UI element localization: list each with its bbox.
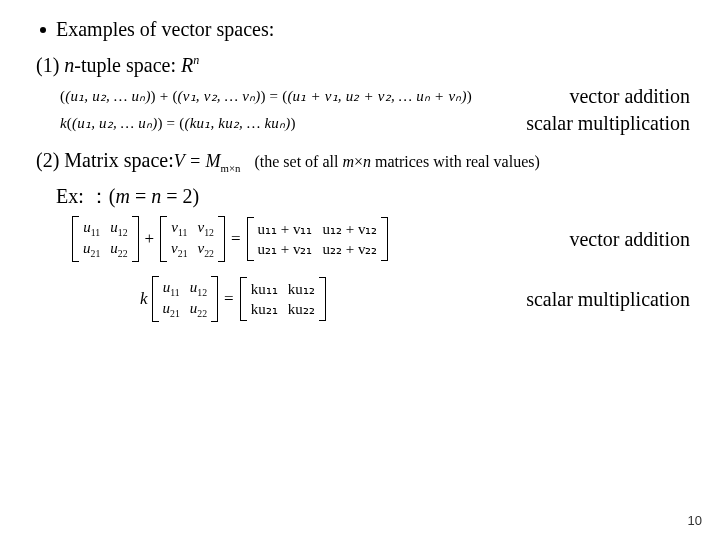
note-open: (the set of all xyxy=(254,153,342,170)
t-sm-lhs: (u₁, u₂, … uₙ) xyxy=(72,115,157,131)
note-close: matrices with real values) xyxy=(371,153,540,170)
matrix-add-label: vector addition xyxy=(559,228,690,251)
sec2-V-sub: m×n xyxy=(221,161,241,173)
t-add-lhs2: (v₁, v₂, … vₙ) xyxy=(178,88,261,104)
sec2-label: (2) Matrix space: xyxy=(36,149,174,172)
matrix-u: u11 u12 u21 u22 xyxy=(72,216,139,262)
tuple-scalar-row: k((u₁, u₂, … uₙ)) = ((ku₁, ku₂, … kuₙ)) … xyxy=(60,112,690,135)
matrix-ku: ku₁₁ ku₁₂ ku₂₁ ku₂₂ xyxy=(240,277,326,321)
sec2-Veq: V = Mm×n xyxy=(174,151,241,174)
ex-eq1: = xyxy=(130,185,151,207)
sec2-note: (the set of all m×n matrices with real v… xyxy=(254,153,539,171)
ex-n: n xyxy=(151,185,161,207)
matrix-u2: u11 u12 u21 u22 xyxy=(152,276,219,322)
ex-m: m xyxy=(115,185,129,207)
t-add-plus: + xyxy=(160,88,173,104)
t-sm-k: k xyxy=(60,115,67,131)
bullet-icon xyxy=(40,27,46,33)
eq-op-1: = xyxy=(231,229,241,249)
section-2-heading: (2) Matrix space: V = Mm×n (the set of a… xyxy=(36,149,690,174)
t-sm-eq: = xyxy=(167,115,180,131)
tuple-sm-eq: k((u₁, u₂, … uₙ)) = ((ku₁, ku₂, … kuₙ)) xyxy=(60,114,296,132)
example-heading: Ex: ：(m = n = 2) xyxy=(56,183,690,210)
tuple-sm-label: scalar multiplication xyxy=(516,112,690,135)
sec1-prefix: (1) xyxy=(36,54,64,76)
matrix-v: v11 v12 v21 v22 xyxy=(160,216,225,262)
tuple-add-label: vector addition xyxy=(559,85,690,108)
ex-prefix: Ex: ：( xyxy=(56,185,115,207)
plus-op: + xyxy=(145,229,155,249)
tuple-add-eq: ((u₁, u₂, … uₙ)) + ((v₁, v₂, … vₙ)) = ((… xyxy=(60,87,472,105)
bullet-title: Examples of vector spaces: xyxy=(56,18,274,41)
slide: Examples of vector spaces: (1) n-tuple s… xyxy=(0,0,720,540)
tuple-addition-row: ((u₁, u₂, … uₙ)) + ((v₁, v₂, … vₙ)) = ((… xyxy=(60,85,690,108)
matrix-sum: u₁₁ + v₁₁ u₁₂ + v₁₂ u₂₁ + v₂₁ u₂₂ + v₂₂ xyxy=(247,217,389,261)
sec1-suffix: -tuple space: xyxy=(74,54,181,76)
sec1-R: R xyxy=(181,54,193,76)
t-add-lhs1: (u₁, u₂, … uₙ) xyxy=(65,88,150,104)
t-add-rhs: (u₁ + v₁, u₂ + v₂, … uₙ + vₙ) xyxy=(287,88,466,104)
matrix-addition-row: u11 u12 u21 u22 + v11 v12 v21 v22 = u₁₁ … xyxy=(70,216,690,262)
eq-op-2: = xyxy=(224,289,234,309)
note-x: × xyxy=(354,153,363,170)
matrix-scalar-row: k u11 u12 u21 u22 = ku₁₁ ku₁₂ ku₂₁ ku₂₂ … xyxy=(140,276,690,322)
t-add-eq: = xyxy=(270,88,283,104)
scalar-k: k xyxy=(140,289,148,309)
section-1-heading: (1) n-tuple space: Rn xyxy=(36,53,690,77)
matrix-sm-label: scalar multiplication xyxy=(516,288,690,311)
bullet-title-row: Examples of vector spaces: xyxy=(40,18,690,41)
sec1-n: n xyxy=(64,54,74,76)
note-n: n xyxy=(363,153,371,170)
sec1-R-exp: n xyxy=(193,53,199,67)
page-number: 10 xyxy=(688,513,702,528)
t-sm-rhs: (ku₁, ku₂, … kuₙ) xyxy=(184,115,290,131)
note-m: m xyxy=(342,153,354,170)
ex-eq2: = 2) xyxy=(161,185,199,207)
sec2-V: V = M xyxy=(174,151,221,171)
